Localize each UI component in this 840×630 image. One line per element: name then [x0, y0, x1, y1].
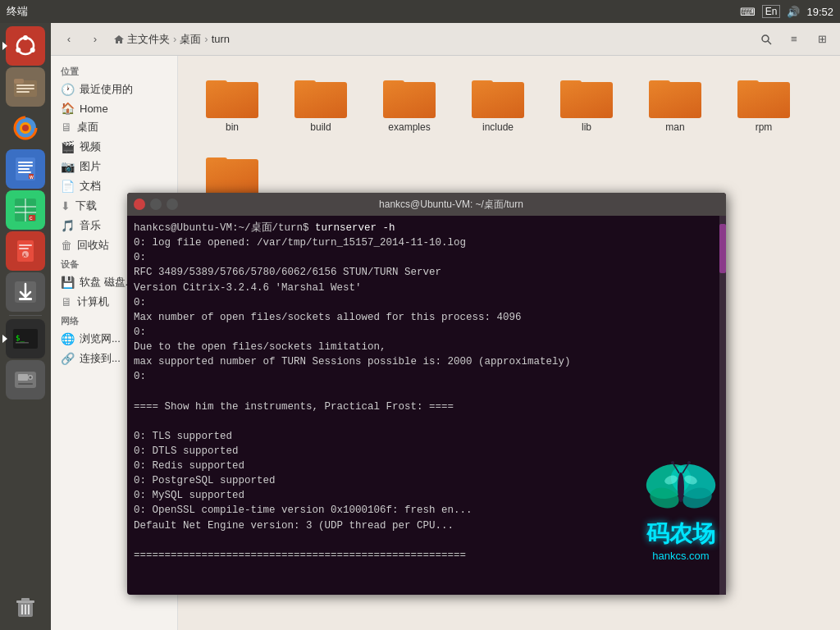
breadcrumb-desktop[interactable]: 桌面	[180, 32, 201, 47]
terminal-line-13	[134, 414, 719, 429]
fm-toolbar: ‹ › 主文件夹 › 桌面 › turn ≡ ⊞	[51, 23, 840, 56]
dock-ubuntu[interactable]	[6, 26, 45, 66]
file-label-include: include	[482, 121, 514, 133]
terminal-close-button[interactable]	[134, 199, 145, 210]
svg-point-3	[30, 48, 35, 52]
search-button[interactable]	[755, 28, 778, 51]
breadcrumb-turn[interactable]: turn	[212, 33, 230, 45]
svg-rect-14	[18, 162, 33, 163]
terminal-minimize-button[interactable]	[150, 199, 162, 210]
system-bar: 终端 ⌨ En 🔊 19:52	[0, 0, 840, 23]
svg-rect-15	[18, 165, 33, 167]
dock-trash[interactable]	[6, 587, 45, 627]
svg-text:$_: $_	[16, 334, 25, 342]
terminal-maximize-button[interactable]	[167, 199, 178, 210]
terminal-scrollbar[interactable]	[719, 216, 726, 595]
dock-terminal[interactable]: $_	[6, 319, 45, 358]
terminal-titlebar: hankcs@Ubuntu-VM: ~/桌面/turn	[127, 193, 726, 216]
svg-rect-28	[19, 248, 29, 249]
dock-calc[interactable]: C	[6, 190, 45, 230]
terminal-line-2: 0:	[134, 250, 719, 265]
file-examples[interactable]: examples	[368, 69, 450, 139]
file-include[interactable]: include	[457, 69, 539, 139]
terminal-line-18: 0: MySQL supported	[134, 488, 719, 503]
breadcrumb-home[interactable]: 主文件夹	[113, 32, 170, 47]
dock: W C A	[0, 23, 51, 630]
system-bar-left: 终端	[7, 4, 28, 19]
file-lib[interactable]: lib	[546, 69, 628, 139]
terminal-line-22: ========================================…	[134, 548, 719, 563]
dock-disk[interactable]: 软盘 磁盘	[6, 360, 45, 399]
terminal-window: hankcs@Ubuntu-VM: ~/桌面/turn hankcs@Ubunt…	[127, 193, 726, 595]
svg-rect-16	[18, 168, 30, 170]
clock: 19:52	[806, 6, 833, 18]
svg-rect-35	[16, 342, 29, 344]
desktop-icon: 🖥	[61, 121, 72, 134]
network-icon: 🌐	[61, 332, 75, 345]
docs-icon: 📄	[61, 180, 75, 193]
file-build[interactable]: build	[280, 69, 362, 139]
terminal-line-20: Default Net Engine version: 3 (UDP threa…	[134, 518, 719, 533]
file-label-build: build	[310, 121, 331, 133]
fm-toolbar-right: ≡ ⊞	[755, 28, 833, 51]
file-label-bin: bin	[226, 121, 239, 133]
terminal-line-15: 0: DTLS supported	[134, 444, 719, 459]
forward-button[interactable]: ›	[84, 28, 107, 51]
svg-rect-17	[18, 171, 31, 173]
svg-text:W: W	[30, 175, 34, 180]
dock-download[interactable]	[6, 272, 45, 312]
terminal-line-10: 0:	[134, 369, 719, 384]
system-bar-right: ⌨ En 🔊 19:52	[740, 5, 833, 18]
dock-firefox[interactable]	[6, 108, 45, 148]
home-icon: 🏠	[61, 102, 75, 115]
svg-rect-32	[19, 298, 32, 300]
menu-button[interactable]: ≡	[783, 28, 806, 51]
terminal-body[interactable]: hankcs@Ubuntu-VM:~/桌面/turn$ turnserver -…	[127, 216, 726, 595]
back-button[interactable]: ‹	[57, 28, 80, 51]
svg-rect-37	[18, 374, 28, 381]
terminal-line-1: 0: log file opened: /var/tmp/turn_15157_…	[134, 235, 719, 250]
sidebar-video[interactable]: 🎬 视频	[51, 137, 177, 157]
dock-writer[interactable]: W	[6, 149, 45, 189]
dock-app6[interactable]: A	[6, 231, 45, 271]
svg-text:C: C	[30, 216, 33, 221]
file-label-rpm: rpm	[756, 121, 773, 133]
file-label-examples: examples	[388, 121, 430, 133]
sidebar-pictures[interactable]: 📷 图片	[51, 157, 177, 176]
sidebar-recent[interactable]: 🕐 最近使用的	[51, 80, 177, 99]
file-label-man: man	[665, 121, 684, 133]
sidebar-section-places: 位置	[51, 62, 177, 80]
terminal-line-5: 0:	[134, 295, 719, 310]
svg-rect-6	[14, 79, 24, 84]
terminal-line-4: Version Citrix-3.2.4.6 'Marshal West'	[134, 281, 719, 295]
svg-rect-7	[16, 84, 34, 86]
terminal-scrollbar-thumb[interactable]	[719, 224, 726, 273]
file-man[interactable]: man	[634, 69, 716, 139]
sidebar-home[interactable]: 🏠 Home	[51, 99, 177, 117]
dock-files[interactable]	[6, 67, 45, 107]
grid-button[interactable]: ⊞	[810, 28, 833, 51]
terminal-line-8: Due to the open files/sockets limitation…	[134, 340, 719, 354]
connect-icon: 🔗	[61, 352, 75, 365]
file-bin[interactable]: bin	[191, 69, 273, 139]
svg-rect-43	[21, 598, 30, 601]
terminal-line-6: Max number of open files/sockets allowed…	[134, 310, 719, 325]
terminal-line-9: max supported number of TURN Sessions po…	[134, 354, 719, 369]
keyboard-icon: ⌨	[740, 6, 756, 18]
file-rpm[interactable]: rpm	[723, 69, 805, 139]
sidebar-desktop[interactable]: 🖥 桌面	[51, 117, 177, 137]
app-name: 终端	[7, 4, 28, 19]
svg-line-48	[768, 41, 771, 44]
terminal-line-0: hankcs@Ubuntu-VM:~/桌面/turn$ turnserver -…	[134, 221, 719, 235]
svg-rect-8	[16, 88, 34, 89]
volume-icon[interactable]: 🔊	[787, 6, 800, 18]
downloads-icon: ⬇	[61, 199, 71, 212]
terminal-line-16: 0: Redis supported	[134, 459, 719, 473]
svg-point-4	[16, 48, 21, 52]
svg-point-12	[22, 125, 29, 131]
svg-rect-9	[16, 91, 30, 93]
lang-indicator[interactable]: En	[762, 5, 781, 18]
disk-sidebar-icon: 💾	[61, 276, 75, 289]
terminal-line-7: 0:	[134, 325, 719, 340]
terminal-line-3: RFC 3489/5389/5766/5780/6062/6156 STUN/T…	[134, 265, 719, 280]
